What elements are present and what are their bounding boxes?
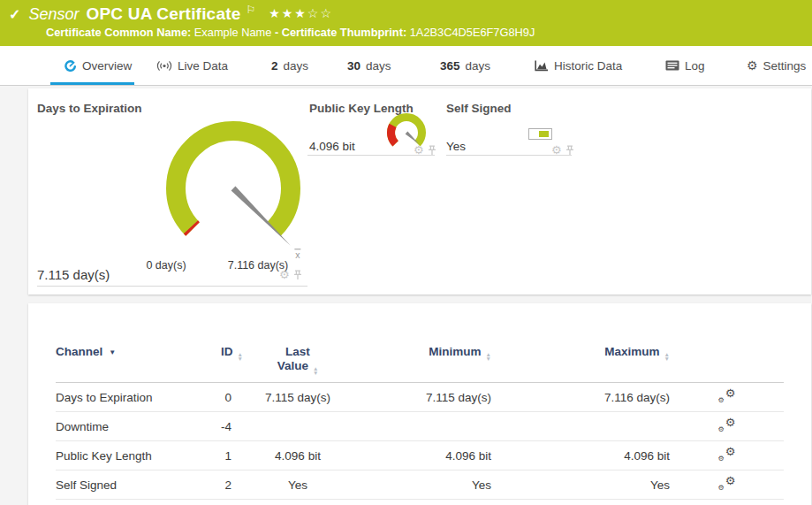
public-key-length-value: 4.096 bit xyxy=(309,140,355,153)
tab-live-data[interactable]: Live Data xyxy=(156,46,228,85)
tab-bar: OverviewLive Data2days30days365daysHisto… xyxy=(0,46,812,86)
channel-settings-icon[interactable]: ⚙⚙ xyxy=(718,447,736,462)
gauges-panel: Days to Expiration x 0 day(s) 7.116 day(… xyxy=(28,88,811,295)
sensor-word: Sensor xyxy=(28,5,79,24)
cell-minimum: Yes xyxy=(353,471,491,500)
sort-caret-icon: ▼ xyxy=(109,348,116,356)
channel-settings-icon[interactable]: ⚙⚙ xyxy=(718,388,736,403)
tab-2-days[interactable]: 2days xyxy=(271,46,308,85)
broadcast-icon xyxy=(156,60,172,72)
subtitle-label-common-name: Certificate Common Name: xyxy=(46,26,191,39)
days-to-expiration-value: 7.115 day(s) xyxy=(37,267,110,282)
sort-arrows-icon: ▲▼ xyxy=(486,353,491,361)
channels-panel: Channel▼ ID▲▼ Last Value▲▼ Minimum▲▼ Max… xyxy=(28,303,811,505)
priority-stars[interactable]: ★★★☆☆ xyxy=(269,6,333,20)
tab-number: 30 xyxy=(347,59,360,73)
channel-settings-icon[interactable]: ⚙⚙ xyxy=(718,417,736,432)
tab-30-days[interactable]: 30days xyxy=(347,46,391,85)
cell-id: 0 xyxy=(206,383,243,412)
sort-arrows-icon: ▲▼ xyxy=(664,353,670,361)
flag-icon[interactable]: ⚐ xyxy=(246,4,255,16)
subtitle-value-thumbprint: 1A2B3C4D5E6F7G8H9J xyxy=(410,26,535,39)
channel-settings-icon[interactable]: ⚙⚙ xyxy=(718,476,736,491)
gauge-min-label: 0 day(s) xyxy=(126,259,206,272)
column-header-minimum[interactable]: Minimum▲▼ xyxy=(353,332,491,383)
tab-label: Live Data xyxy=(178,59,228,73)
column-header-channel[interactable]: Channel▼ xyxy=(56,332,206,383)
column-header-last-value[interactable]: Last Value▲▼ xyxy=(243,332,353,383)
subtitle-separator: - xyxy=(275,26,278,39)
gauge-icon xyxy=(64,59,77,73)
cell-maximum xyxy=(491,412,670,441)
cell-minimum: 4.096 bit xyxy=(353,441,491,471)
sensor-header: ✓ Sensor OPC UA Certificate ⚐ ★★★☆☆ Cert… xyxy=(0,0,812,46)
cell-last-value: Yes xyxy=(243,471,353,500)
table-row[interactable]: Self Signed2YesYesYes⚙⚙ xyxy=(56,471,784,500)
pin-icon[interactable] xyxy=(428,145,436,156)
chart-icon xyxy=(535,60,549,72)
tab-365-days[interactable]: 365days xyxy=(440,46,490,85)
cell-last-value: 4.096 bit xyxy=(243,441,353,471)
channels-table: Channel▼ ID▲▼ Last Value▲▼ Minimum▲▼ Max… xyxy=(56,332,784,500)
gauge-title-self-signed: Self Signed xyxy=(446,102,512,115)
self-signed-indicator xyxy=(528,128,552,140)
subtitle-label-thumbprint: Certificate Thumbprint: xyxy=(282,26,406,39)
pin-icon[interactable] xyxy=(565,145,574,156)
log-icon xyxy=(665,60,679,71)
cell-last-value: 7.115 day(s) xyxy=(243,383,353,412)
tab-settings[interactable]: ⚙Settings xyxy=(747,46,806,85)
days-to-expiration-gauge: x xyxy=(152,113,315,262)
cell-last-value xyxy=(243,412,353,441)
tab-label: Log xyxy=(685,59,705,73)
pin-icon[interactable] xyxy=(293,270,302,280)
table-row[interactable]: Public Key Length14.096 bit4.096 bit4.09… xyxy=(56,441,784,471)
cell-channel[interactable]: Self Signed xyxy=(56,471,206,500)
gauge-actions: ⚙ xyxy=(279,269,302,280)
tab-overview[interactable]: Overview xyxy=(64,46,132,85)
table-row[interactable]: Downtime-4⚙⚙ xyxy=(56,412,784,441)
cell-minimum: 7.115 day(s) xyxy=(353,383,491,412)
self-signed-state xyxy=(539,131,549,137)
column-header-id[interactable]: ID▲▼ xyxy=(206,332,243,383)
tab-label: Historic Data xyxy=(554,59,622,73)
tab-label: Settings xyxy=(763,59,807,73)
cell-channel[interactable]: Days to Expiration xyxy=(56,383,206,412)
self-signed-value: Yes xyxy=(446,140,466,153)
sort-arrows-icon: ▲▼ xyxy=(313,367,318,375)
tab-number: 2 xyxy=(271,59,278,73)
tab-log[interactable]: Log xyxy=(665,46,705,85)
gear-icon: ⚙ xyxy=(747,59,758,72)
tab-label: days xyxy=(466,59,491,73)
table-row[interactable]: Days to Expiration07.115 day(s)7.115 day… xyxy=(56,383,784,412)
gauge-title-days-to-expiration: Days to Expiration xyxy=(37,102,142,115)
column-header-maximum[interactable]: Maximum▲▼ xyxy=(491,332,670,383)
sort-arrows-icon: ▲▼ xyxy=(238,353,243,361)
tab-label: days xyxy=(284,59,309,73)
sensor-subtitle: Certificate Common Name: Example Name - … xyxy=(46,26,535,39)
cell-maximum: Yes xyxy=(491,471,670,500)
cell-channel[interactable]: Downtime xyxy=(56,412,206,441)
page-title: OPC UA Certificate xyxy=(86,4,240,24)
cell-id: -4 xyxy=(206,412,243,441)
cell-id: 1 xyxy=(206,441,243,471)
tab-number: 365 xyxy=(440,59,460,73)
tab-historic-data[interactable]: Historic Data xyxy=(535,46,622,85)
cell-channel[interactable]: Public Key Length xyxy=(56,441,206,471)
tab-label: Overview xyxy=(82,59,132,73)
tab-label: days xyxy=(366,59,391,73)
gear-icon[interactable]: ⚙ xyxy=(279,269,290,280)
cell-minimum xyxy=(353,412,491,441)
column-header-settings xyxy=(670,332,784,383)
subtitle-value-common-name: Example Name xyxy=(194,26,271,39)
svg-text:x: x xyxy=(295,249,300,260)
check-icon: ✓ xyxy=(9,6,20,23)
cell-id: 2 xyxy=(206,471,243,500)
cell-maximum: 7.116 day(s) xyxy=(491,383,670,412)
cell-maximum: 4.096 bit xyxy=(491,441,670,471)
